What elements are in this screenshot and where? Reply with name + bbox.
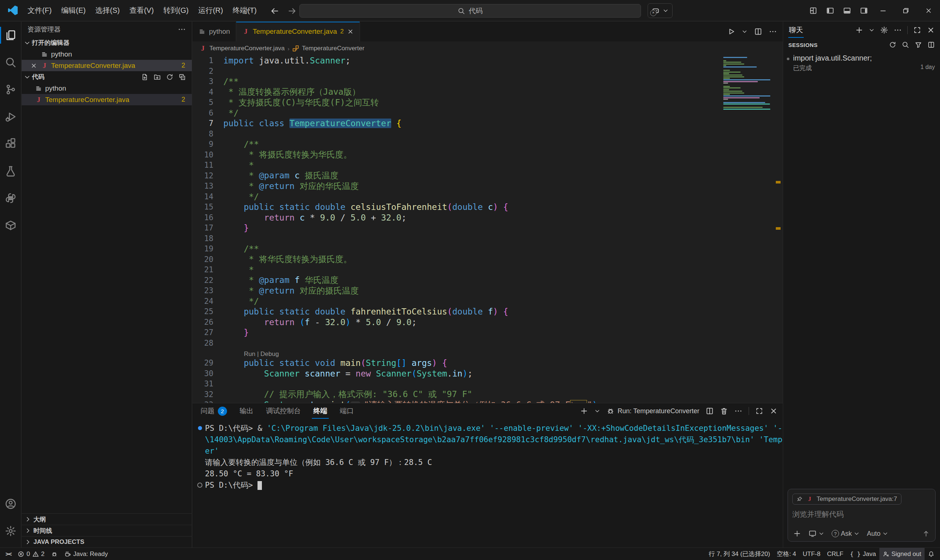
code-line-4[interactable]: 4 * 温度转换器示例程序（Java版） [193,87,783,98]
open-editors-header[interactable]: 打开的编辑器 [22,37,192,48]
panel-tab-端口[interactable]: 端口 [340,403,354,419]
language-status[interactable]: { } Java [847,548,880,560]
sidebar-section[interactable]: JAVA PROJECTS [22,536,192,548]
activitybar-run-and-debug[interactable] [0,103,21,130]
split-editor-icon[interactable] [754,28,762,35]
code-line-6[interactable]: 6 */ [193,108,783,118]
chat-more-icon[interactable] [894,26,902,34]
close-icon[interactable] [31,62,37,69]
code-line-7[interactable]: 7public class TemperatureConverter { [193,118,783,129]
code-line-30[interactable]: 30 Scanner scanner = new Scanner(System.… [193,368,783,379]
customize-layout-icon[interactable] [809,7,817,15]
code-line-32[interactable]: 32 // 提示用户输入，格式示例: "36.6 C" 或 "97 F" [193,389,783,400]
cursor-position[interactable]: 行 7, 列 34 (已选择20) [705,548,773,560]
refresh-explorer-icon[interactable] [166,73,173,81]
refresh-sessions-icon[interactable] [889,41,896,48]
code-line-27[interactable]: 27 } [193,327,783,338]
activitybar-settings[interactable] [0,517,21,545]
code-line-14[interactable]: 14 */ [193,192,783,202]
chat-input-placeholder[interactable]: 浏览并理解代码 [792,509,931,519]
window-minimize-button[interactable] [872,0,894,21]
code-line-21[interactable]: 21 * [193,265,783,275]
toggle-panel-icon[interactable] [843,7,851,15]
chat-dropdown-icon[interactable] [869,27,875,33]
menu-item[interactable]: 文件(F) [23,3,57,18]
send-icon[interactable] [922,529,930,538]
minimap[interactable] [723,57,772,110]
close-chat-icon[interactable] [927,26,935,34]
panel-tab-调试控制台[interactable]: 调试控制台 [266,403,301,419]
java-status[interactable]: Java: Ready [61,548,111,560]
activitybar-containers[interactable] [0,212,21,239]
code-line-1[interactable]: 1import java.util.Scanner; [193,55,783,66]
split-sessions-icon[interactable] [928,41,935,48]
code-line-26[interactable]: 26 return (f - 32.0) * 5.0 / 9.0; [193,317,783,328]
code-line-12[interactable]: 12 * @param c 摄氏温度 [193,171,783,181]
code-line-29[interactable]: 29 public static void main(String[] args… [193,358,783,368]
chat-input-box[interactable]: J TemperatureConverter.java:7 浏览并理解代码 ? … [787,489,935,542]
chat-session-item[interactable]: import java.util.Scanner; 已完成 1 day [783,51,940,74]
code-line-31[interactable]: 31 [193,379,783,389]
nav-back-icon[interactable] [270,6,279,16]
sidebar-more-icon[interactable] [178,25,186,33]
file-row-TemperatureConverter.java[interactable]: JTemperatureConverter.java2 [22,60,192,71]
activitybar-source-control[interactable] [0,76,21,103]
panel-tab-终端[interactable]: 终端 [313,403,327,419]
panel-tab-问题[interactable]: 问题2 [201,403,227,419]
run-dropdown-icon[interactable] [742,29,747,34]
sidebar-section[interactable]: 大纲 [22,513,192,525]
sidebar-section[interactable]: 时间线 [22,525,192,536]
nav-forward-icon[interactable] [287,6,297,16]
new-file-icon[interactable] [141,73,148,81]
command-center-search[interactable]: 代码 [299,4,641,18]
search-sessions-icon[interactable] [902,41,909,48]
code-line-3[interactable]: 3/** [193,76,783,87]
menu-item[interactable]: 转到(G) [159,3,194,18]
code-line-23[interactable]: 23 * @return 对应的摄氏温度 [193,286,783,296]
code-line-33[interactable]: 33 System.out.print(s:"请输入要转换的温度与单位（例如 3… [193,400,783,403]
code-line-17[interactable]: 17 } [193,223,783,233]
file-row-TemperatureConverter.java[interactable]: JTemperatureConverter.java2 [22,94,192,105]
code-line-10[interactable]: 10 * 将摄氏度转换为华氏度。 [193,150,783,160]
indentation-status[interactable]: 空格: 4 [773,548,799,560]
close-tab-icon[interactable] [347,28,354,35]
code-editor[interactable]: 1import java.util.Scanner;23/**4 * 温度转换器… [193,55,783,403]
split-terminal-icon[interactable] [705,407,714,415]
code-line-8[interactable]: 8 [193,129,783,140]
filter-sessions-icon[interactable] [915,41,922,48]
menu-overflow-icon[interactable] [245,6,253,14]
collapse-all-icon[interactable] [179,73,186,81]
chat-settings-icon[interactable] [880,26,888,34]
file-row-python[interactable]: python [22,83,192,94]
tab-python[interactable]: python [193,22,236,42]
add-context-icon[interactable] [793,529,801,538]
new-folder-icon[interactable] [154,73,161,81]
code-line-5[interactable]: 5 * 支持摄氏度(C)与华氏度(F)之间互转 [193,97,783,108]
code-line-18[interactable]: 18 [193,233,783,244]
context-chip[interactable]: J TemperatureConverter.java:7 [792,494,901,505]
run-java-icon[interactable] [727,28,735,35]
menu-item[interactable]: 终端(T) [228,3,262,18]
mode-picker[interactable]: ? Ask [832,530,860,538]
code-line-28[interactable]: 28 [193,338,783,349]
activitybar-explorer[interactable] [0,22,21,49]
activitybar-testing[interactable] [0,157,21,185]
code-line-16[interactable]: 16 return c * 9.0 / 5.0 + 32.0; [193,212,783,223]
activitybar-accounts[interactable] [0,490,21,517]
toggle-sidebar-icon[interactable] [826,7,834,15]
panel-more-icon[interactable] [734,407,742,415]
window-close-button[interactable] [917,0,940,21]
problems-status[interactable]: 0 2 [14,548,48,560]
menu-item[interactable]: 运行(R) [193,3,228,18]
code-line-13[interactable]: 13 * @return 对应的华氏温度 [193,181,783,192]
panel-tab-输出[interactable]: 输出 [239,403,253,419]
remote-indicator[interactable]: >< [2,548,14,560]
close-panel-icon[interactable] [770,407,778,415]
eol-status[interactable]: CRLF [824,548,846,560]
terminal-dropdown-icon[interactable] [594,408,600,414]
toggle-secondary-sidebar-icon[interactable] [860,7,868,15]
maximize-panel-icon[interactable] [755,407,763,415]
notifications-status[interactable] [925,548,938,560]
breadcrumb-file[interactable]: TemperatureConverter.java [209,45,285,52]
maximize-chat-icon[interactable] [913,26,921,34]
